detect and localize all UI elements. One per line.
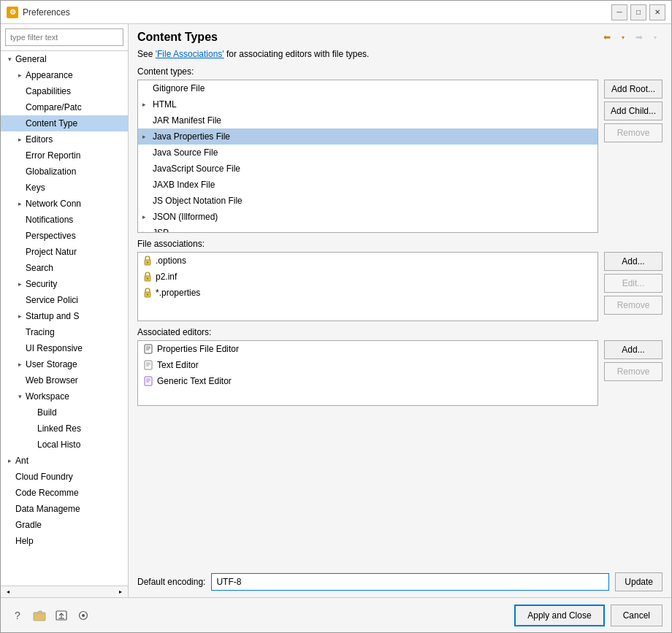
ae-item-generic_text[interactable]: Generic Text Editor bbox=[138, 373, 597, 389]
tree-arrow-data_mgmt[interactable] bbox=[5, 505, 14, 513]
tree-item-cloud_foundry[interactable]: Cloud Foundry bbox=[1, 469, 128, 485]
tree-arrow-error_reporting[interactable] bbox=[15, 151, 24, 160]
tree-arrow-cloud_foundry[interactable] bbox=[5, 472, 14, 481]
tree-item-data_mgmt[interactable]: Data Manageme bbox=[1, 501, 128, 517]
ae-item-text_editor[interactable]: Text Editor bbox=[138, 357, 597, 373]
tree-arrow-perspectives[interactable] bbox=[15, 231, 24, 240]
tree-arrow-project_natures[interactable] bbox=[15, 248, 24, 256]
tree-arrow-help[interactable] bbox=[5, 537, 14, 545]
tree-item-perspectives[interactable]: Perspectives bbox=[1, 228, 128, 244]
content-type-item-javascript[interactable]: JavaScript Source File bbox=[138, 161, 597, 177]
tree-arrow-build[interactable] bbox=[27, 408, 36, 417]
tree-item-ant[interactable]: Ant bbox=[1, 453, 128, 469]
tree-arrow-workspace[interactable] bbox=[15, 392, 24, 401]
tree-item-local_histo[interactable]: Local Histo bbox=[1, 437, 128, 453]
update-button[interactable]: Update bbox=[615, 572, 663, 591]
settings-icon[interactable] bbox=[75, 607, 91, 624]
forward-button[interactable]: ➡ bbox=[632, 30, 646, 45]
fa-item-p2inf[interactable]: p2.inf bbox=[138, 269, 597, 285]
content-type-item-jar[interactable]: JAR Manifest File bbox=[138, 112, 597, 128]
tree-arrow-ui_responsive[interactable] bbox=[15, 344, 24, 353]
tree-item-editors[interactable]: Editors bbox=[1, 131, 128, 147]
tree-arrow-local_histo[interactable] bbox=[27, 440, 36, 449]
tree-item-linked_res[interactable]: Linked Res bbox=[1, 421, 128, 437]
tree-item-network[interactable]: Network Conn bbox=[1, 196, 128, 212]
apply-close-button[interactable]: Apply and Close bbox=[514, 605, 604, 626]
tree-container[interactable]: GeneralAppearanceCapabilitiesCompare/Pat… bbox=[1, 51, 128, 586]
forward-dropdown-button[interactable]: ▾ bbox=[648, 30, 663, 45]
tree-arrow-compare[interactable] bbox=[15, 103, 24, 112]
tree-arrow-keys[interactable] bbox=[15, 183, 24, 192]
tree-arrow-gradle[interactable] bbox=[5, 521, 14, 529]
tree-arrow-appearance[interactable] bbox=[15, 71, 24, 80]
tree-arrow-code_rec[interactable] bbox=[5, 488, 14, 497]
tree-item-build[interactable]: Build bbox=[1, 404, 128, 421]
tree-item-user_storage[interactable]: User Storage bbox=[1, 356, 128, 372]
tree-arrow-tracing[interactable] bbox=[15, 328, 24, 337]
add-child-button[interactable]: Add Child... bbox=[604, 101, 663, 120]
tree-item-web_browser[interactable]: Web Browser bbox=[1, 372, 128, 388]
maximize-button[interactable]: □ bbox=[630, 4, 646, 20]
ae-item-props_editor[interactable]: Properties File Editor bbox=[138, 341, 597, 357]
fa-item-options[interactable]: .options bbox=[138, 253, 597, 269]
ae-remove-button[interactable]: Remove bbox=[604, 362, 663, 381]
content-type-item-java_props[interactable]: Java Properties File bbox=[138, 128, 597, 145]
tree-item-startup[interactable]: Startup and S bbox=[1, 308, 128, 324]
export-icon[interactable] bbox=[53, 607, 69, 624]
ae-add-button[interactable]: Add... bbox=[604, 340, 663, 359]
content-type-item-json_ill[interactable]: JSON (Illformed) bbox=[138, 209, 597, 225]
folder-icon[interactable] bbox=[31, 607, 47, 624]
tree-arrow-ant[interactable] bbox=[5, 456, 14, 465]
tree-arrow-notifications[interactable] bbox=[15, 215, 24, 224]
close-button[interactable]: ✕ bbox=[649, 4, 665, 20]
tree-arrow-linked_res[interactable] bbox=[27, 424, 36, 433]
minimize-button[interactable]: ─ bbox=[611, 4, 627, 20]
file-associations-list[interactable]: .optionsp2.inf*.properties bbox=[137, 252, 598, 321]
tree-item-capabilities[interactable]: Capabilities bbox=[1, 83, 128, 99]
content-type-item-js_obj[interactable]: JS Object Notation File bbox=[138, 193, 597, 209]
scroll-right-btn[interactable]: ▸ bbox=[116, 588, 125, 596]
back-dropdown-button[interactable]: ▾ bbox=[616, 30, 630, 45]
tree-item-globalization[interactable]: Globalization bbox=[1, 164, 128, 180]
tree-arrow-capabilities[interactable] bbox=[15, 87, 24, 96]
tree-item-search[interactable]: Search bbox=[1, 260, 128, 276]
help-icon[interactable]: ? bbox=[9, 607, 26, 624]
content-types-list[interactable]: Gitignore FileHTMLJAR Manifest FileJava … bbox=[137, 80, 598, 233]
associated-editors-list[interactable]: Properties File EditorText EditorGeneric… bbox=[137, 340, 598, 406]
content-type-item-jsp[interactable]: JSP bbox=[138, 225, 597, 233]
content-type-item-jaxb[interactable]: JAXB Index File bbox=[138, 177, 597, 193]
tree-item-ui_responsive[interactable]: UI Responsive bbox=[1, 340, 128, 356]
tree-arrow-service_policies[interactable] bbox=[15, 296, 24, 304]
filter-input[interactable] bbox=[5, 28, 123, 46]
tree-arrow-startup[interactable] bbox=[15, 312, 24, 321]
content-type-item-java_src[interactable]: Java Source File bbox=[138, 145, 597, 161]
fa-edit-button[interactable]: Edit... bbox=[604, 274, 663, 293]
tree-item-gradle[interactable]: Gradle bbox=[1, 517, 128, 533]
tree-arrow-editors[interactable] bbox=[15, 135, 24, 144]
fa-item-properties[interactable]: *.properties bbox=[138, 285, 597, 301]
tree-arrow-globalization[interactable] bbox=[15, 167, 24, 176]
tree-item-notifications[interactable]: Notifications bbox=[1, 212, 128, 228]
fa-remove-button[interactable]: Remove bbox=[604, 296, 663, 315]
tree-item-error_reporting[interactable]: Error Reportin bbox=[1, 147, 128, 164]
tree-item-workspace[interactable]: Workspace bbox=[1, 388, 128, 404]
content-type-item-gitignore[interactable]: Gitignore File bbox=[138, 80, 597, 96]
add-root-button[interactable]: Add Root... bbox=[604, 80, 663, 99]
tree-item-general[interactable]: General bbox=[1, 51, 128, 67]
tree-item-code_rec[interactable]: Code Recomme bbox=[1, 485, 128, 501]
tree-arrow-general[interactable] bbox=[5, 55, 14, 64]
file-associations-link[interactable]: 'File Associations' bbox=[156, 49, 224, 59]
cancel-button[interactable]: Cancel bbox=[611, 605, 663, 626]
tree-item-keys[interactable]: Keys bbox=[1, 180, 128, 196]
tree-arrow-web_browser[interactable] bbox=[15, 376, 24, 385]
fa-add-button[interactable]: Add... bbox=[604, 252, 663, 271]
tree-item-project_natures[interactable]: Project Natur bbox=[1, 244, 128, 260]
tree-item-help[interactable]: Help bbox=[1, 533, 128, 549]
tree-item-service_policies[interactable]: Service Polici bbox=[1, 292, 128, 308]
remove-content-button[interactable]: Remove bbox=[604, 123, 663, 142]
encoding-input[interactable] bbox=[211, 573, 609, 591]
tree-item-tracing[interactable]: Tracing bbox=[1, 324, 128, 340]
tree-item-appearance[interactable]: Appearance bbox=[1, 67, 128, 83]
tree-arrow-network[interactable] bbox=[15, 199, 24, 208]
tree-arrow-user_storage[interactable] bbox=[15, 360, 24, 369]
